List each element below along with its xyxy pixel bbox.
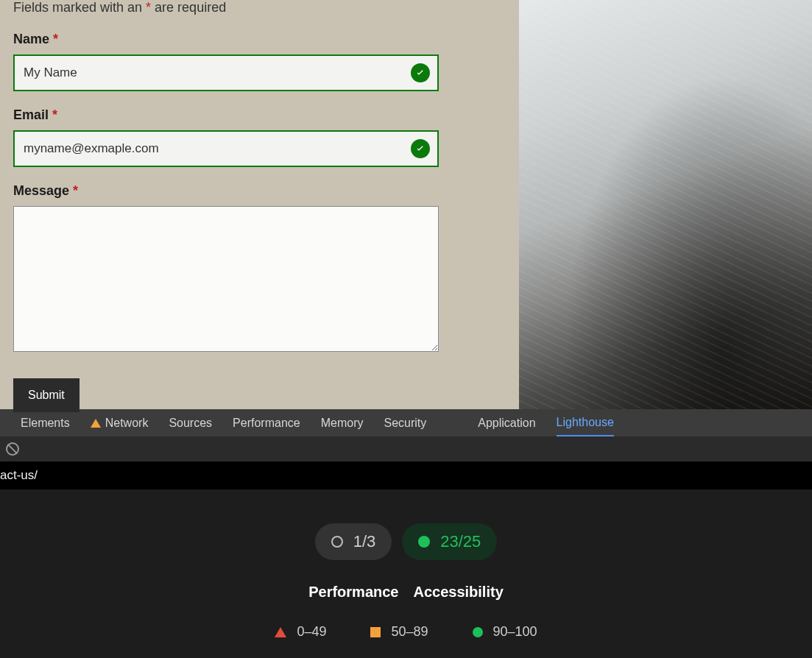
asterisk-icon: * (53, 32, 58, 46)
tab-memory[interactable]: Memory (321, 411, 364, 436)
score-pill-accessibility-value: 23/25 (440, 532, 481, 551)
required-note-pre: Fields marked with an (13, 0, 146, 15)
message-textarea[interactable] (13, 206, 439, 352)
warning-triangle-icon (91, 419, 101, 428)
legend-mid: 50–89 (370, 624, 428, 640)
asterisk-icon: * (52, 107, 57, 122)
triangle-red-icon (275, 627, 286, 637)
legend-mid-label: 50–89 (391, 624, 428, 640)
message-label: Message * (13, 183, 506, 199)
tab-sources[interactable]: Sources (169, 411, 212, 436)
score-pill-performance-value: 1/3 (353, 532, 376, 551)
tab-application[interactable]: Application (478, 411, 535, 436)
required-note-post: are required (151, 0, 226, 15)
clear-icon[interactable] (6, 442, 19, 456)
tab-security[interactable]: Security (384, 411, 426, 436)
score-pill-accessibility[interactable]: 23/25 (402, 523, 497, 560)
report-url-bar: act-us/ (0, 461, 812, 489)
hero-image (519, 0, 812, 409)
email-input[interactable] (13, 130, 439, 167)
category-labels: Performance Accessibility (308, 584, 504, 601)
tab-elements[interactable]: Elements (21, 411, 70, 436)
message-label-text: Message (13, 183, 73, 198)
tab-lighthouse[interactable]: Lighthouse (557, 410, 614, 436)
valid-check-icon (411, 139, 430, 158)
tab-network-label: Network (105, 417, 149, 430)
square-orange-icon (370, 627, 381, 637)
tab-network[interactable]: Network (91, 411, 149, 436)
circle-filled-icon (418, 536, 430, 548)
circle-green-icon (473, 627, 483, 637)
lighthouse-toolbar (0, 436, 812, 461)
asterisk-icon: * (73, 183, 78, 198)
submit-button[interactable]: Submit (13, 378, 80, 412)
email-label: Email * (13, 107, 506, 123)
devtools-tabstrip: Elements Network Sources Performance Mem… (0, 409, 812, 436)
legend-high: 90–100 (473, 624, 537, 640)
name-input-wrap (13, 54, 439, 91)
name-input[interactable] (13, 54, 439, 91)
contact-form: Fields marked with an * are required Nam… (0, 0, 519, 409)
name-label-text: Name (13, 32, 53, 46)
score-legend: 0–49 50–89 90–100 (275, 624, 537, 640)
category-accessibility: Accessibility (413, 584, 503, 601)
score-pill-performance[interactable]: 1/3 (315, 523, 392, 560)
category-performance: Performance (308, 584, 398, 601)
legend-high-label: 90–100 (493, 624, 537, 640)
email-label-text: Email (13, 107, 52, 122)
email-input-wrap (13, 130, 439, 167)
lighthouse-report: 1/3 23/25 Performance Accessibility 0–49… (0, 489, 812, 640)
valid-check-icon (411, 63, 430, 82)
score-pills: 1/3 23/25 (315, 523, 498, 560)
page-content: Fields marked with an * are required Nam… (0, 0, 812, 409)
legend-low-label: 0–49 (297, 624, 326, 640)
required-fields-note: Fields marked with an * are required (13, 0, 506, 15)
legend-low: 0–49 (275, 624, 326, 640)
tab-performance[interactable]: Performance (233, 411, 300, 436)
name-label: Name * (13, 32, 506, 47)
circle-outline-icon (331, 536, 343, 548)
report-url-fragment: act-us/ (0, 468, 38, 483)
devtools-panel: Elements Network Sources Performance Mem… (0, 409, 812, 658)
